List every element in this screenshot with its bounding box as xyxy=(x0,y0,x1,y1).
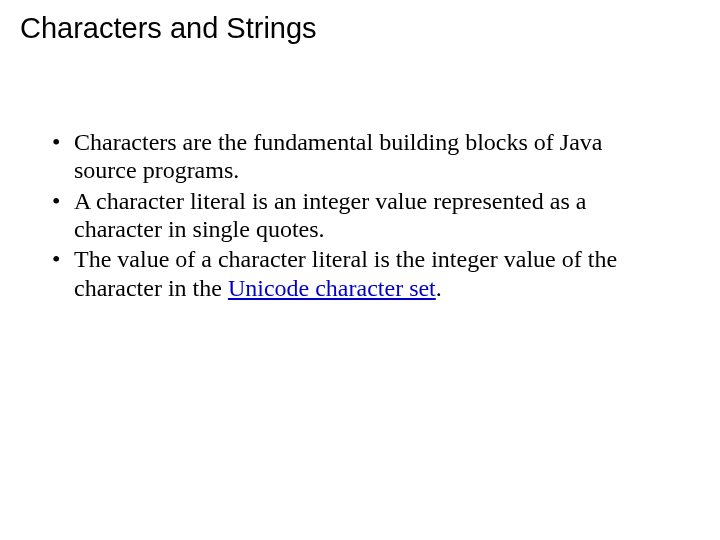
bullet-text: . xyxy=(436,275,442,301)
bullet-item: A character literal is an integer value … xyxy=(48,187,660,244)
slide-title: Characters and Strings xyxy=(20,12,317,45)
slide-content: Characters are the fundamental building … xyxy=(48,128,660,304)
bullet-list: Characters are the fundamental building … xyxy=(48,128,660,302)
bullet-item: Characters are the fundamental building … xyxy=(48,128,660,185)
bullet-item: The value of a character literal is the … xyxy=(48,245,660,302)
unicode-link[interactable]: Unicode character set xyxy=(228,275,436,301)
